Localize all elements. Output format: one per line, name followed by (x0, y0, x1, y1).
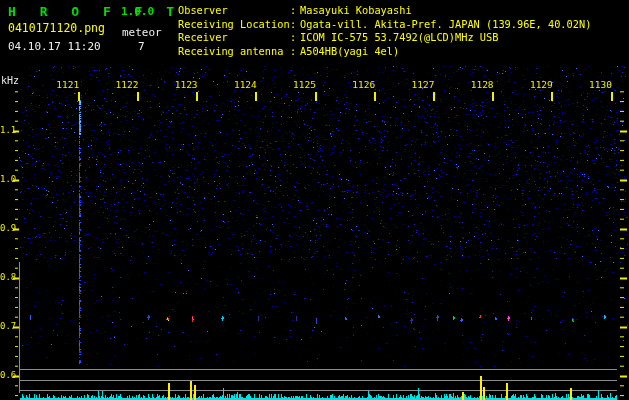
freq-tick-label: 1.0 (0, 174, 17, 184)
hrofft-screenshot: H R O F F T 1.0.0 0410171120.png meteor … (0, 0, 629, 400)
time-tick-label: 1122 (114, 79, 138, 90)
info-label: Observer (178, 4, 290, 16)
info-label: Receiver (178, 31, 290, 43)
info-label: Receiving antenna (178, 45, 290, 57)
info-row: Receiver:ICOM IC-575 53.7492(@LCD)MHz US… (178, 31, 498, 43)
observation-datetime: 04.10.17 11:20 (8, 40, 101, 53)
spectrogram-canvas (0, 0, 629, 400)
info-row: Receiving antenna:A504HB(yagi 4el) (178, 45, 399, 57)
app-title: H R O F F T (8, 4, 182, 19)
info-separator: : (290, 31, 300, 43)
freq-tick-label: 0.6 (0, 370, 17, 380)
time-tick-label: 1121 (55, 79, 79, 90)
app-version: 1.0.0 (121, 5, 154, 18)
output-filename: 0410171120.png (8, 21, 105, 35)
observation-mode: meteor (122, 26, 162, 39)
info-value: Masayuki Kobayashi (300, 4, 412, 16)
freq-tick-label: 0.7 (0, 321, 17, 331)
freq-tick-label: 0.8 (0, 272, 17, 282)
time-tick-label: 1125 (292, 79, 316, 90)
info-value: ICOM IC-575 53.7492(@LCD)MHz USB (300, 31, 498, 43)
time-tick-label: 1130 (588, 79, 612, 90)
time-tick-label: 1123 (174, 79, 198, 90)
time-tick-label: 1128 (470, 79, 494, 90)
freq-axis-unit-label: kHz (1, 75, 19, 86)
info-separator: : (290, 4, 300, 16)
info-separator: : (290, 45, 300, 57)
time-tick-label: 1129 (529, 79, 553, 90)
info-label: Receiving Location (178, 18, 290, 30)
info-row: Receiving Location:Ogata-vill. Akita-Pre… (178, 18, 591, 30)
info-value: Ogata-vill. Akita-Pref. JAPAN (139.96E, … (300, 18, 591, 30)
time-tick-label: 1126 (351, 79, 375, 90)
time-tick-label: 1124 (233, 79, 257, 90)
freq-tick-label: 0.9 (0, 223, 17, 233)
info-value: A504HB(yagi 4el) (300, 45, 399, 57)
meteor-count: 7 (138, 40, 145, 53)
info-separator: : (290, 18, 300, 30)
freq-tick-label: 1.1 (0, 125, 17, 135)
info-row: Observer:Masayuki Kobayashi (178, 4, 412, 16)
time-tick-label: 1127 (410, 79, 434, 90)
